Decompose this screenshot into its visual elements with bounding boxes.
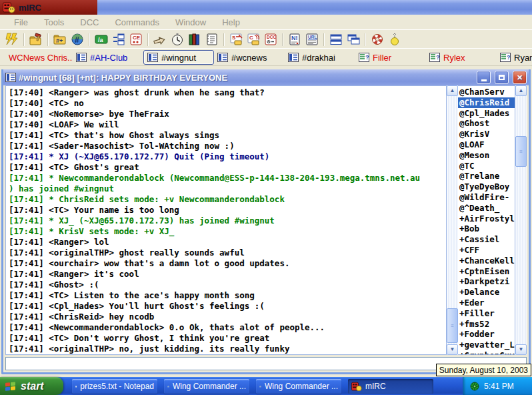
- nick-item[interactable]: @KrisV: [458, 129, 515, 139]
- remote-icon[interactable]: CE: [127, 32, 145, 47]
- chat-scrollbar-thumb[interactable]: ≡: [447, 308, 458, 343]
- options-icon[interactable]: [27, 32, 45, 47]
- nick-item[interactable]: +fms52: [458, 319, 515, 330]
- nicklist-scrollbar[interactable]: ▲ ≡ ▼: [515, 85, 527, 355]
- taskbar-button-wing-commander-1[interactable]: e Wing Commander ...: [164, 379, 249, 394]
- nick-item[interactable]: @^Death_: [458, 203, 515, 214]
- scroll-up-icon[interactable]: ▲: [515, 85, 527, 96]
- channel-window-icon: [76, 53, 87, 62]
- switchbar-button-wingnut[interactable]: #wingnut: [143, 50, 214, 65]
- nick-item[interactable]: @WildFire-: [458, 192, 515, 203]
- chat-line: [17:41] <Sader-Masochist> Tol-WAtching n…: [9, 141, 446, 151]
- dcc-chat-icon[interactable]: C: [245, 32, 262, 47]
- switchbar-button-rylex[interactable]: ? Rylex: [426, 50, 497, 65]
- scroll-down-icon[interactable]: ▼: [447, 344, 458, 355]
- script-editor-icon[interactable]: [203, 32, 221, 47]
- nick-item[interactable]: +AirFrostyl: [458, 214, 515, 224]
- menu-tools[interactable]: Tools: [36, 16, 72, 29]
- nick-item[interactable]: +gevatter_L: [458, 340, 515, 350]
- query-window-icon: ?: [429, 53, 440, 62]
- taskbar-button-label: prizes5.txt - Notepad: [80, 382, 154, 391]
- books-icon[interactable]: [186, 32, 203, 47]
- chat-scrollbar[interactable]: ▲ ≡ ▼: [447, 85, 458, 355]
- nick-item[interactable]: @Ghost: [458, 118, 515, 129]
- switchbar-button-ah-club[interactable]: #AH-Club: [73, 50, 143, 65]
- taskbar-button-notepad[interactable]: prizes5.txt - Notepad: [72, 379, 157, 394]
- help-icon[interactable]: [369, 32, 386, 47]
- chat-line: [17:41] * KrisV sets mode: +v XJ_: [9, 226, 446, 237]
- nicklist-scrollbar-thumb[interactable]: ≡: [515, 136, 527, 167]
- nick-item-selected[interactable]: @ChrisReid: [458, 97, 515, 108]
- nick-item[interactable]: +CptnEisen: [458, 266, 515, 277]
- connect-icon[interactable]: [3, 32, 21, 47]
- switchbar-button-status[interactable]: WCNews Chris...: [2, 50, 73, 65]
- dcc-send-icon[interactable]: S: [227, 32, 245, 47]
- tray-icon[interactable]: [470, 382, 479, 391]
- date-tooltip: Sunday, August 10, 2003: [436, 364, 531, 376]
- channels-folder-icon[interactable]: #+: [51, 32, 69, 47]
- channel-title: #wingnut [68] [+nt]: HAPPY BIRTHDAY EVER…: [19, 73, 473, 83]
- dcc-options-icon[interactable]: DCC: [262, 32, 279, 47]
- scroll-down-icon[interactable]: ▼: [515, 344, 527, 355]
- nick-item[interactable]: +CFF: [458, 245, 515, 256]
- nick-item[interactable]: @ChanServ: [458, 87, 515, 97]
- menu-window[interactable]: Window: [167, 16, 214, 29]
- nick-item[interactable]: +GryphonGuy: [458, 350, 515, 355]
- nick-item[interactable]: @TyeDyeBoy: [458, 181, 515, 192]
- svg-text:?: ?: [507, 54, 511, 61]
- query-window-icon: ?: [359, 53, 369, 62]
- channels-list-icon[interactable]: #: [69, 32, 86, 47]
- nick-item[interactable]: @TC: [458, 161, 515, 171]
- nick-item[interactable]: +Bob: [458, 224, 515, 234]
- switchbar-button-ryan[interactable]: ? Ryan: [497, 50, 532, 65]
- nick-item[interactable]: @Meson: [458, 150, 515, 161]
- scroll-up-icon[interactable]: ▲: [447, 85, 458, 96]
- svg-text:CE: CE: [133, 35, 141, 41]
- nick-item[interactable]: +Eder: [458, 298, 515, 308]
- start-button[interactable]: start: [0, 377, 63, 395]
- chat-line: [17:41] <originalTHP> ghost really sound…: [9, 248, 446, 258]
- popups-icon[interactable]: [110, 32, 127, 47]
- notify-icon[interactable]: N!: [286, 32, 303, 47]
- chat-line: [17:41] <ourchair> wow that's a damn lot…: [9, 258, 446, 269]
- menu-commands[interactable]: Commands: [107, 16, 167, 29]
- taskbar-button-wing-commander-2[interactable]: e Wing Commander ...: [256, 379, 341, 394]
- taskbar-button-mirc[interactable]: mIRC: [348, 379, 433, 394]
- timer-icon[interactable]: [169, 32, 186, 47]
- nick-item[interactable]: @Cpl_Hades: [458, 108, 515, 119]
- url-list-icon[interactable]: URL: [303, 32, 321, 47]
- switchbar-button-wcnews[interactable]: #wcnews: [214, 50, 285, 65]
- nick-item[interactable]: +Darkpetzi: [458, 276, 515, 287]
- nicklist-scrollbar-track[interactable]: ≡: [515, 96, 527, 344]
- menu-dcc[interactable]: DCC: [72, 16, 107, 29]
- chat-line: [17:40] <LOAF> We will: [9, 119, 446, 130]
- close-button[interactable]: ✕: [513, 71, 527, 84]
- away-icon[interactable]: [386, 32, 403, 47]
- tray-clock[interactable]: 5:41 PM: [484, 382, 514, 391]
- nick-item[interactable]: +ChanceKell: [458, 256, 515, 266]
- cascade-windows-icon[interactable]: [345, 32, 362, 47]
- tile-windows-icon[interactable]: [327, 32, 345, 47]
- nick-item[interactable]: @LOAF: [458, 139, 515, 150]
- maximize-button[interactable]: [495, 71, 509, 84]
- switchbar-button-drakhai[interactable]: #drakhai: [285, 50, 355, 65]
- minimize-button[interactable]: [477, 71, 491, 84]
- nick-item[interactable]: +Cassiel: [458, 234, 515, 245]
- toolbar: #+ # /a CE: [0, 31, 532, 49]
- channel-window: #wingnut [68] [+nt]: HAPPY BIRTHDAY EVER…: [1, 69, 531, 374]
- menu-help[interactable]: Help: [214, 16, 248, 29]
- menu-file[interactable]: File: [6, 16, 36, 29]
- nick-item[interactable]: @Trelane: [458, 171, 515, 181]
- menu-bar: File Tools DCC Commands Window Help: [0, 15, 532, 30]
- chat-line: [17:41] <TC> Ghost's great: [9, 162, 446, 173]
- toolbar-separator: [23, 33, 25, 46]
- nick-item[interactable]: +Fodder: [458, 329, 515, 340]
- nick-item[interactable]: +Filler: [458, 308, 515, 319]
- aliases-icon[interactable]: /a: [93, 32, 110, 47]
- nick-item[interactable]: +Delance: [458, 287, 515, 298]
- switchbar-button-filler[interactable]: ? Filler: [355, 50, 426, 65]
- users-icon[interactable]: [151, 32, 169, 47]
- taskbar: start prizes5.txt - Notepad e Wing Comma…: [0, 377, 532, 395]
- chat-scrollbar-track[interactable]: ≡: [447, 96, 458, 344]
- windows-flag-icon: [5, 381, 17, 392]
